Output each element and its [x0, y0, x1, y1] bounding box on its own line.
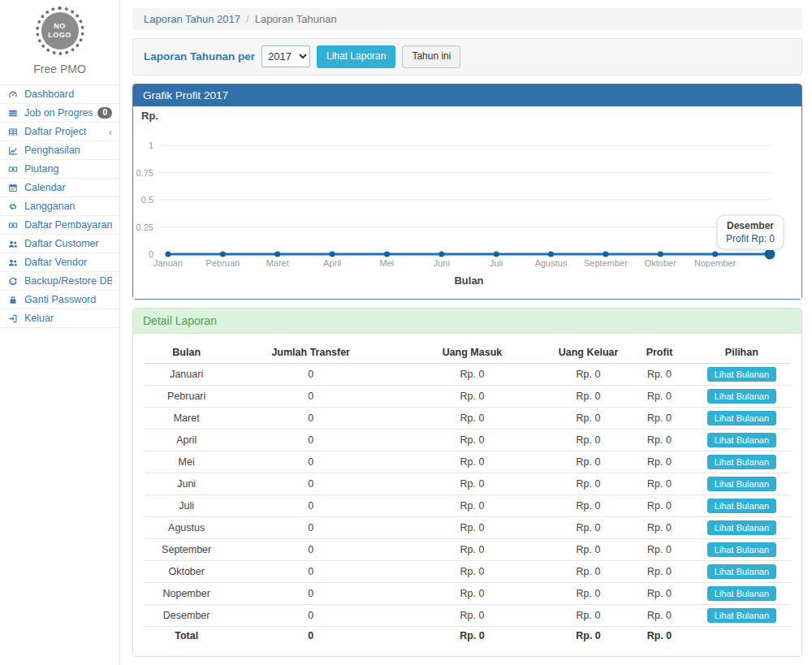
view-monthly-button[interactable]: Lihat Bulanan: [707, 499, 776, 513]
logo-ring: NO LOGO: [36, 6, 84, 55]
view-monthly-button[interactable]: Lihat Bulanan: [707, 586, 776, 601]
cell-bulan: Juni: [145, 473, 228, 494]
no-logo-icon: NO LOGO: [41, 12, 79, 50]
cell-bulan: Januari: [145, 363, 228, 385]
cell-profit: Rp. 0: [625, 516, 693, 538]
cell-bulan: Agustus: [145, 516, 228, 538]
table-icon: [7, 127, 19, 137]
cell-pilihan: Lihat Bulanan: [693, 473, 790, 494]
x-tick-label: Juni: [434, 258, 450, 268]
sidebar-item-label: Backup/Restore DB: [24, 275, 112, 287]
breadcrumb-separator: /: [246, 13, 249, 25]
view-monthly-button[interactable]: Lihat Bulanan: [707, 564, 776, 579]
breadcrumb-link-laporan-tahun[interactable]: Laporan Tahun 2017: [144, 13, 240, 25]
table-row: April0Rp. 0Rp. 0Rp. 0Lihat Bulanan: [145, 429, 790, 451]
sidebar-item-daftar-customer[interactable]: Daftar Customer: [0, 235, 119, 253]
count-badge: 0: [97, 107, 112, 119]
table-total-row: Total0Rp. 0Rp. 0Rp. 0: [145, 626, 790, 645]
cell-uang-masuk: Rp. 0: [393, 582, 551, 604]
line-chart-icon: [7, 145, 19, 156]
cell-bulan: Maret: [145, 407, 228, 429]
x-tick-label: Agustus: [535, 258, 568, 268]
page: NO LOGO Free PMO DashboardJob on Progres…: [0, 0, 812, 665]
sidebar-item-daftar-pembayaran[interactable]: Daftar Pembayaran: [0, 216, 119, 235]
sidebar-item-keluar[interactable]: Keluar: [0, 309, 119, 328]
cell-jumlah-transfer: 0: [228, 385, 393, 407]
view-monthly-button[interactable]: Lihat Bulanan: [707, 455, 776, 469]
view-monthly-button[interactable]: Lihat Bulanan: [707, 411, 776, 425]
column-header-jumlah-transfer: Jumlah Transfer: [228, 342, 393, 364]
chart-hover-tooltip: Desember Profit Rp: 0: [716, 214, 784, 250]
y-tick-label: 0.5: [141, 195, 153, 205]
cell-jumlah-transfer: 0: [228, 538, 393, 560]
sidebar-item-dashboard[interactable]: Dashboard: [0, 85, 119, 104]
sidebar-item-daftar-project[interactable]: Daftar Project‹: [0, 123, 119, 141]
tasks-icon: [7, 108, 19, 119]
sidebar-item-calendar[interactable]: Calendar: [0, 179, 119, 197]
sidebar-item-penghasilan[interactable]: Penghasilan: [0, 141, 119, 160]
data-point: [494, 251, 499, 257]
x-tick-label: Mei: [380, 258, 395, 268]
cell-bulan: Total: [145, 626, 228, 645]
cell-uang-masuk: Rp. 0: [393, 451, 551, 473]
cell-profit: Rp. 0: [625, 473, 693, 494]
cell-uang-keluar: Rp. 0: [551, 429, 625, 451]
year-select[interactable]: 2017: [261, 45, 310, 67]
sidebar-item-label: Daftar Project: [24, 126, 86, 137]
view-monthly-button[interactable]: Lihat Bulanan: [707, 608, 776, 623]
sidebar-item-langganan[interactable]: Langganan: [0, 197, 119, 216]
logo: NO LOGO Free PMO: [0, 0, 119, 76]
cell-uang-keluar: Rp. 0: [551, 538, 625, 560]
view-monthly-button[interactable]: Lihat Bulanan: [707, 367, 776, 382]
cell-bulan: Desember: [145, 604, 228, 626]
x-tick-label: Nopember: [694, 258, 736, 268]
this-year-button[interactable]: Tahun ini: [402, 45, 460, 68]
cell-jumlah-transfer: 0: [228, 604, 393, 626]
cell-bulan: Juli: [145, 494, 228, 516]
calendar-icon: [7, 183, 19, 193]
cell-jumlah-transfer: 0: [228, 582, 393, 604]
cell-uang-keluar: Rp. 0: [551, 451, 625, 473]
view-monthly-button[interactable]: Lihat Bulanan: [707, 520, 776, 535]
table-row: Nopember0Rp. 0Rp. 0Rp. 0Lihat Bulanan: [145, 582, 790, 604]
sidebar-item-ganti-password[interactable]: Ganti Password: [0, 291, 119, 309]
view-monthly-button[interactable]: Lihat Bulanan: [707, 433, 776, 447]
cell-profit: Rp. 0: [625, 604, 693, 626]
x-tick-label: April: [323, 258, 341, 268]
cell-pilihan: Lihat Bulanan: [693, 429, 790, 451]
table-row: Juli0Rp. 0Rp. 0Rp. 0Lihat Bulanan: [145, 494, 790, 516]
view-monthly-button[interactable]: Lihat Bulanan: [707, 477, 776, 491]
cell-profit: Rp. 0: [625, 560, 693, 582]
column-header-bulan: Bulan: [145, 342, 228, 364]
y-axis-label: Rp.: [141, 110, 158, 122]
main-content: Laporan Tahun 2017/Laporan Tahunan Lapor…: [120, 0, 812, 665]
y-tick-label: 1: [149, 140, 153, 150]
data-point: [384, 251, 390, 257]
sidebar-item-job-on-progress[interactable]: Job on Progress0: [0, 104, 119, 123]
cell-jumlah-transfer: 0: [228, 407, 393, 429]
cell-uang-masuk: Rp. 0: [393, 626, 551, 645]
cell-uang-masuk: Rp. 0: [393, 407, 551, 429]
data-point: [765, 248, 775, 259]
view-monthly-button[interactable]: Lihat Bulanan: [707, 542, 776, 557]
cell-uang-masuk: Rp. 0: [393, 473, 551, 494]
x-tick-label: Oktober: [645, 258, 676, 268]
sidebar-item-piutang[interactable]: Piutang: [0, 160, 119, 179]
cell-jumlah-transfer: 0: [228, 363, 393, 385]
logo-text-line2: LOGO: [48, 31, 71, 40]
sidebar-item-daftar-vendor[interactable]: Daftar Vendor: [0, 253, 119, 272]
data-point: [548, 251, 554, 257]
dashboard-icon: [7, 89, 19, 100]
view-report-button[interactable]: Lihat Laporan: [317, 45, 395, 68]
cell-pilihan: Lihat Bulanan: [693, 516, 790, 538]
brand-name: Free PMO: [0, 63, 119, 76]
sidebar-item-backup-restore-db[interactable]: Backup/Restore DB: [0, 272, 119, 291]
cell-pilihan: [693, 626, 790, 645]
report-table-body: Januari0Rp. 0Rp. 0Rp. 0Lihat BulananPebr…: [145, 363, 790, 645]
cell-uang-masuk: Rp. 0: [393, 516, 551, 538]
table-row: Maret0Rp. 0Rp. 0Rp. 0Lihat Bulanan: [145, 407, 790, 429]
cell-pilihan: Lihat Bulanan: [693, 538, 790, 560]
view-monthly-button[interactable]: Lihat Bulanan: [707, 389, 776, 404]
cell-pilihan: Lihat Bulanan: [693, 385, 790, 407]
cell-bulan: Mei: [145, 451, 228, 473]
